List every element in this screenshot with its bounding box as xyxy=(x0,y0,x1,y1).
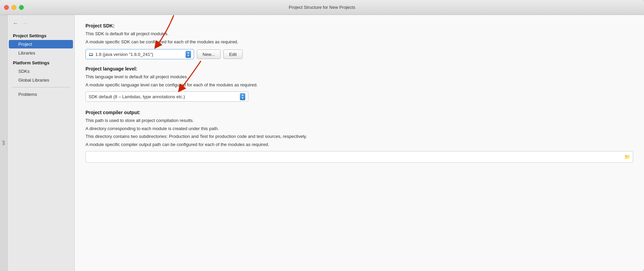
lang-title: Project language level: xyxy=(86,66,633,71)
language-section: Project language level: This language le… xyxy=(86,66,633,102)
close-button[interactable] xyxy=(4,5,9,10)
lang-value: SDK default (8 – Lambdas, type annotatio… xyxy=(89,94,240,99)
sidebar-divider xyxy=(12,87,70,87)
compiler-desc2: A directory corresponding to each module… xyxy=(86,125,633,132)
title-bar: Project Structure for New Projects xyxy=(0,0,644,15)
platform-settings-label: Platform Settings xyxy=(7,58,74,67)
sidebar-item-global-libraries[interactable]: Global Libraries xyxy=(9,76,73,84)
maximize-button[interactable] xyxy=(19,5,24,10)
content-area: sol ← → Project Settings Project Librari… xyxy=(0,15,644,271)
sdk-desc2: A module specific SDK can be configured … xyxy=(86,39,633,45)
sidebar-item-sdks[interactable]: SDKs xyxy=(9,67,73,76)
lang-desc2: A module specific language level can be … xyxy=(86,82,633,88)
compiler-desc1: This path is used to store all project c… xyxy=(86,117,633,124)
new-button[interactable]: New... xyxy=(197,49,221,59)
lang-dropdown[interactable]: SDK default (8 – Lambdas, type annotatio… xyxy=(86,91,248,102)
main-window: Project Structure for New Projects sol ←… xyxy=(0,0,644,271)
minimize-button[interactable] xyxy=(12,5,16,10)
sdk-dropdown[interactable]: 🗂 1.8 (java version "1.8.0_241") ▲ ▼ xyxy=(86,49,194,59)
compiler-desc4: A module specific compiler output path c… xyxy=(86,141,633,148)
sidebar-overflow: sol xyxy=(0,15,7,271)
lang-dropdown-row: SDK default (8 – Lambdas, type annotatio… xyxy=(86,91,633,102)
sdk-row: 🗂 1.8 (java version "1.8.0_241") ▲ ▼ New… xyxy=(86,49,633,59)
sdk-spinner[interactable]: ▲ ▼ xyxy=(186,51,191,58)
lang-desc1: This language level is default for all p… xyxy=(86,74,633,80)
sidebar-item-problems[interactable]: Problems xyxy=(9,90,73,99)
sdk-value: 1.8 (java version "1.8.0_241") xyxy=(95,52,186,57)
compiler-folder-icon[interactable]: 📁 xyxy=(624,154,630,160)
traffic-lights xyxy=(4,5,24,10)
compiler-desc3: This directory contains two subdirectori… xyxy=(86,133,633,140)
sidebar: sol ← → Project Settings Project Librari… xyxy=(0,15,75,271)
overflow-text: sol xyxy=(2,141,6,145)
project-settings-label: Project Settings xyxy=(7,30,74,40)
compiler-section: Project compiler output: This path is us… xyxy=(86,110,633,163)
sdk-section: Project SDK: This SDK is default for all… xyxy=(86,23,633,59)
sidebar-item-libraries[interactable]: Libraries xyxy=(9,49,73,57)
sidebar-item-project[interactable]: Project xyxy=(9,40,73,48)
back-button[interactable]: ← xyxy=(12,20,20,27)
nav-arrows: ← → xyxy=(7,18,74,30)
compiler-title: Project compiler output: xyxy=(86,110,633,115)
compiler-output-field[interactable]: 📁 xyxy=(86,151,633,163)
main-content: Project SDK: This SDK is default for all… xyxy=(75,15,644,271)
lang-spinner[interactable]: ▲ ▼ xyxy=(240,93,245,100)
edit-button[interactable]: Edit xyxy=(223,49,242,59)
sdk-folder-icon: 🗂 xyxy=(89,51,93,57)
forward-button[interactable]: → xyxy=(21,20,29,27)
sdk-desc1: This SDK is default for all project modu… xyxy=(86,30,633,37)
sdk-title: Project SDK: xyxy=(86,23,633,28)
window-title: Project Structure for New Projects xyxy=(289,5,355,10)
